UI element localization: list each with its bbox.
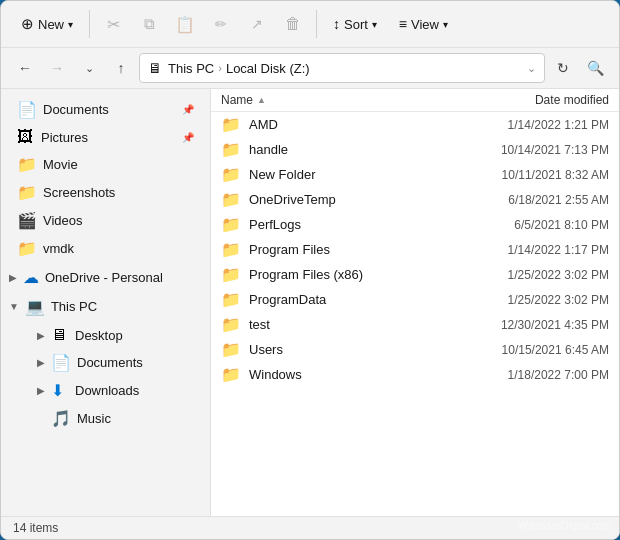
file-name: Program Files [249, 242, 459, 257]
cut-button[interactable]: ✂ [96, 7, 130, 41]
sidebar-item-pictures[interactable]: 🖼 Pictures 📌 [5, 124, 206, 150]
view-dropdown-icon: ▾ [443, 19, 448, 30]
file-name: PerfLogs [249, 217, 459, 232]
videos-icon: 🎬 [17, 211, 37, 230]
file-name: Users [249, 342, 459, 357]
sidebar-item-screenshots[interactable]: 📁 Screenshots [5, 179, 206, 206]
rename-button[interactable]: ✏ [204, 7, 238, 41]
table-row[interactable]: 📁Program Files (x86)1/25/2022 3:02 PM [211, 262, 619, 287]
documents-icon: 📄 [17, 100, 37, 119]
sidebar-onedrive[interactable]: ▶ ☁ OneDrive - Personal [1, 263, 210, 292]
table-row[interactable]: 📁Windows1/18/2022 7:00 PM [211, 362, 619, 387]
view-icon: ≡ [399, 16, 407, 32]
addressbar: ← → ⌄ ↑ 🖥 This PC › Local Disk (Z:) ⌄ ↻ … [1, 48, 619, 89]
folder-icon: 📁 [221, 215, 241, 234]
table-row[interactable]: 📁New Folder10/11/2021 8:32 AM [211, 162, 619, 187]
sidebar-item-movie[interactable]: 📁 Movie [5, 151, 206, 178]
table-row[interactable]: 📁handle10/14/2021 7:13 PM [211, 137, 619, 162]
thispc-icon: 💻 [25, 297, 45, 316]
file-name: Windows [249, 367, 459, 382]
recent-icon: ⌄ [85, 62, 94, 75]
onedrive-icon: ☁ [23, 268, 39, 287]
rename-icon: ✏ [215, 16, 227, 32]
sidebar-item-documents2[interactable]: ▶ 📄 Documents [25, 349, 206, 376]
thispc-expand-icon: ▼ [9, 301, 19, 312]
search-button[interactable]: 🔍 [581, 54, 609, 82]
folder-icon: 📁 [221, 190, 241, 209]
sidebar-label-movie: Movie [43, 157, 194, 172]
table-row[interactable]: 📁Users10/15/2021 6:45 AM [211, 337, 619, 362]
new-button[interactable]: ⊕ New ▾ [11, 10, 83, 38]
sidebar-item-videos[interactable]: 🎬 Videos [5, 207, 206, 234]
file-date: 1/25/2022 3:02 PM [459, 293, 609, 307]
back-icon: ← [18, 60, 32, 76]
table-row[interactable]: 📁AMD1/14/2022 1:21 PM [211, 112, 619, 137]
file-name: test [249, 317, 459, 332]
sidebar-item-documents[interactable]: 📄 Documents 📌 [5, 96, 206, 123]
sort-button[interactable]: ↕ Sort ▾ [323, 11, 387, 37]
documents2-icon: 📄 [51, 353, 71, 372]
col-name-header[interactable]: Name ▲ [221, 93, 459, 107]
pin-icon2: 📌 [182, 132, 194, 143]
forward-button[interactable]: → [43, 54, 71, 82]
address-path: This PC › Local Disk (Z:) [168, 61, 310, 76]
table-row[interactable]: 📁test12/30/2021 4:35 PM [211, 312, 619, 337]
sidebar-this-pc[interactable]: ▼ 💻 This PC [1, 292, 210, 321]
up-button[interactable]: ↑ [107, 54, 135, 82]
file-date: 10/15/2021 6:45 AM [459, 343, 609, 357]
new-icon: ⊕ [21, 15, 34, 33]
address-field[interactable]: 🖥 This PC › Local Disk (Z:) ⌄ [139, 53, 545, 83]
sidebar-label-music: Music [77, 411, 194, 426]
address-chevron-icon: ⌄ [527, 62, 536, 75]
table-row[interactable]: 📁Program Files1/14/2022 1:17 PM [211, 237, 619, 262]
pictures-icon: 🖼 [17, 128, 35, 146]
downloads-expand-icon: ▶ [37, 385, 45, 396]
main-area: 📄 Documents 📌 🖼 Pictures 📌 📁 Movie 📁 Scr… [1, 89, 619, 516]
file-date: 1/18/2022 7:00 PM [459, 368, 609, 382]
table-row[interactable]: 📁PerfLogs6/5/2021 8:10 PM [211, 212, 619, 237]
files-list: 📁AMD1/14/2022 1:21 PM📁handle10/14/2021 7… [211, 112, 619, 516]
delete-button[interactable]: 🗑 [276, 7, 310, 41]
back-button[interactable]: ← [11, 54, 39, 82]
file-date: 1/14/2022 1:17 PM [459, 243, 609, 257]
recent-button[interactable]: ⌄ [75, 54, 103, 82]
sidebar-label-documents: Documents [43, 102, 176, 117]
sort-dropdown-icon: ▾ [372, 19, 377, 30]
sidebar-item-vmdk[interactable]: 📁 vmdk [5, 235, 206, 262]
folder-icon: 📁 [221, 290, 241, 309]
folder-icon: 📁 [221, 165, 241, 184]
sidebar-item-downloads[interactable]: ▶ ⬇ Downloads [25, 377, 206, 404]
status-text: 14 items [13, 521, 58, 535]
this-pc-label: This PC [168, 61, 214, 76]
sidebar-label-documents2: Documents [77, 355, 194, 370]
sep1 [89, 10, 90, 38]
col-modified-header: Date modified [459, 93, 609, 107]
sidebar-label-downloads: Downloads [75, 383, 194, 398]
file-date: 6/18/2021 2:55 AM [459, 193, 609, 207]
file-name: New Folder [249, 167, 459, 182]
thispc-label: This PC [51, 299, 97, 314]
folder-icon: 📁 [221, 340, 241, 359]
view-button[interactable]: ≡ View ▾ [389, 11, 458, 37]
refresh-button[interactable]: ↻ [549, 54, 577, 82]
up-icon: ↑ [118, 60, 125, 76]
screenshots-folder-icon: 📁 [17, 183, 37, 202]
onedrive-label: OneDrive - Personal [45, 270, 163, 285]
table-row[interactable]: 📁ProgramData1/25/2022 3:02 PM [211, 287, 619, 312]
sidebar-item-music[interactable]: ▶ 🎵 Music [25, 405, 206, 432]
file-date: 12/30/2021 4:35 PM [459, 318, 609, 332]
share-button[interactable]: ↗ [240, 7, 274, 41]
sidebar-item-desktop[interactable]: ▶ 🖥 Desktop [25, 322, 206, 348]
desktop-expand-icon: ▶ [37, 330, 45, 341]
downloads-icon: ⬇ [51, 381, 69, 400]
pin-icon: 📌 [182, 104, 194, 115]
search-icon: 🔍 [587, 60, 604, 76]
copy-button[interactable]: ⧉ [132, 7, 166, 41]
sidebar-label-screenshots: Screenshots [43, 185, 194, 200]
col-name-label: Name [221, 93, 253, 107]
folder-icon: 📁 [221, 115, 241, 134]
delete-icon: 🗑 [285, 15, 301, 33]
table-row[interactable]: 📁OneDriveTemp6/18/2021 2:55 AM [211, 187, 619, 212]
new-label: New [38, 17, 64, 32]
paste-button[interactable]: 📋 [168, 7, 202, 41]
